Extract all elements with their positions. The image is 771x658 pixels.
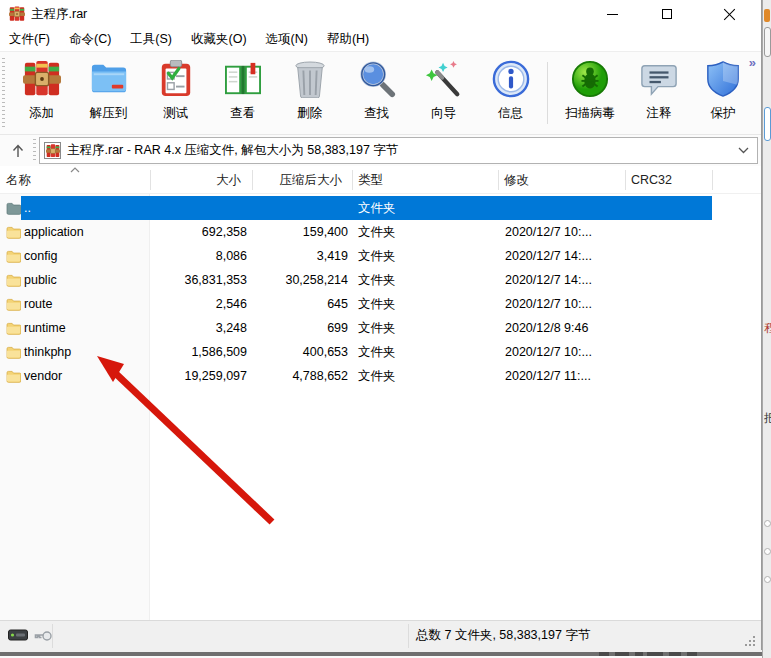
list-item-vendor[interactable]: vendor 19,259,097 4,788,652 文件夹 2020/12/… [0,364,758,388]
virus-scan-button[interactable]: 扫描病毒 [552,55,628,133]
winrar-app-icon [9,6,25,22]
minimize-icon [607,14,618,15]
menu-tools[interactable]: 工具(S) [130,31,172,48]
add-button[interactable]: 添加 [8,55,75,133]
add-label: 添加 [29,105,54,122]
folder-icon [5,292,21,316]
sort-ascending-icon [70,167,80,173]
column-header-crc32[interactable]: CRC32 [625,166,712,194]
resize-grip-icon[interactable] [743,634,755,646]
test-button[interactable]: 测试 [142,55,209,133]
column-divider[interactable] [498,170,499,190]
title-bar: 主程序.rar [0,0,761,28]
comment-icon [639,59,679,99]
screenshot-stage: 主程序.rar 文件(F) 命令(C) 工具(S) 收藏夹(O) 选项(N) 帮… [0,0,771,658]
toolbar-separator [547,62,548,124]
folder-icon [5,364,21,388]
sliver-red-char-fragment: 程 [764,322,771,334]
background-text-fragment [595,651,705,657]
menu-bar: 文件(F) 命令(C) 工具(S) 收藏夹(O) 选项(N) 帮助(H) [0,28,761,51]
up-arrow-icon [10,143,26,159]
test-clipboard-icon [156,59,196,99]
sliver-dark-char-fragment: 把 [764,412,771,424]
file-list: .. 文件夹 application 692,358 159,400 文件夹 2… [0,194,761,620]
column-divider[interactable] [712,170,713,190]
protect-button[interactable]: 保护 [690,55,756,133]
comment-label: 注释 [647,105,672,122]
status-divider [408,624,409,648]
delete-label: 删除 [297,105,322,122]
up-directory-button[interactable] [5,138,30,163]
view-book-icon [223,59,263,99]
virus-scan-icon [570,59,610,99]
list-item-runtime[interactable]: runtime 3,248 699 文件夹 2020/12/8 9:46 [0,316,758,340]
maximize-button[interactable] [644,0,690,28]
info-button[interactable]: 信息 [477,55,544,133]
test-label: 测试 [163,105,188,122]
find-button[interactable]: 查找 [343,55,410,133]
list-item-public[interactable]: public 36,831,353 30,258,214 文件夹 2020/12… [0,268,758,292]
close-button[interactable] [707,0,753,28]
column-header-packed[interactable]: 压缩后大小 [252,166,348,194]
file-list-header: 名称 大小 压缩后大小 类型 修改 CRC32 [0,166,761,194]
address-grip[interactable] [33,139,36,162]
sliver-button-fragment [764,27,771,57]
menu-help[interactable]: 帮助(H) [327,31,369,48]
window-title: 主程序.rar [31,6,87,23]
column-header-size[interactable]: 大小 [150,166,247,194]
dropdown-chevron-icon[interactable] [738,147,749,154]
find-label: 查找 [364,105,389,122]
wizard-button[interactable]: 向导 [410,55,477,133]
column-divider[interactable] [352,170,353,190]
wizard-label: 向导 [431,105,456,122]
archive-icon [44,142,61,159]
close-icon [724,8,736,20]
toolbar-grip[interactable] [2,58,5,128]
column-divider[interactable] [625,170,626,190]
delete-button[interactable]: 删除 [276,55,343,133]
toolbar-overflow-chevron[interactable]: » [749,55,754,70]
menu-commands[interactable]: 命令(C) [69,31,111,48]
comment-button[interactable]: 注释 [628,55,690,133]
view-label: 查看 [230,105,255,122]
menu-options[interactable]: 选项(N) [266,31,308,48]
column-header-name[interactable]: 名称 [0,166,150,194]
toolbar: 添加 解压到 [0,51,761,135]
extract-to-label: 解压到 [90,105,128,122]
background-window-sliver: 程 把 [762,0,771,658]
folder-up-icon [5,196,21,220]
info-icon [491,59,531,99]
address-bar: 主程序.rar - RAR 4.x 压缩文件, 解包大小为 58,383,197… [0,135,761,166]
key-icon [34,628,52,642]
minimize-button[interactable] [589,0,635,28]
column-divider[interactable] [150,170,151,190]
folder-icon [5,220,21,244]
status-bar: 总数 7 文件夹, 58,383,197 字节 [0,620,761,650]
sliver-orange-fragment [764,9,770,22]
column-header-modified[interactable]: 修改 [498,166,625,194]
extract-folder-icon [89,59,129,99]
sliver-circle-fragment [764,548,771,555]
menu-favorites[interactable]: 收藏夹(O) [191,31,247,48]
protect-shield-icon [703,59,743,99]
menu-file[interactable]: 文件(F) [9,31,50,48]
column-header-type[interactable]: 类型 [352,166,498,194]
sliver-circle-fragment [764,576,771,583]
winrar-add-icon [22,59,62,99]
status-divider [52,624,53,648]
protect-label: 保护 [711,105,736,122]
drive-icon [8,628,28,642]
list-item-route[interactable]: route 2,546 645 文件夹 2020/12/7 10:... [0,292,758,316]
list-item-config[interactable]: config 8,086 3,419 文件夹 2020/12/7 14:... [0,244,758,268]
sliver-circle-fragment [764,520,771,527]
list-item-application[interactable]: application 692,358 159,400 文件夹 2020/12/… [0,220,758,244]
archive-path-combobox[interactable]: 主程序.rar - RAR 4.x 压缩文件, 解包大小为 58,383,197… [39,137,758,164]
view-button[interactable]: 查看 [209,55,276,133]
folder-icon [5,316,21,340]
column-divider[interactable] [252,170,253,190]
delete-trash-icon [290,59,330,99]
list-item-thinkphp[interactable]: thinkphp 1,586,509 400,653 文件夹 2020/12/7… [0,340,758,364]
extract-to-button[interactable]: 解压到 [75,55,142,133]
list-item-parent-dir[interactable]: .. 文件夹 [0,196,758,220]
winrar-window: 主程序.rar 文件(F) 命令(C) 工具(S) 收藏夹(O) 选项(N) 帮… [0,0,762,652]
